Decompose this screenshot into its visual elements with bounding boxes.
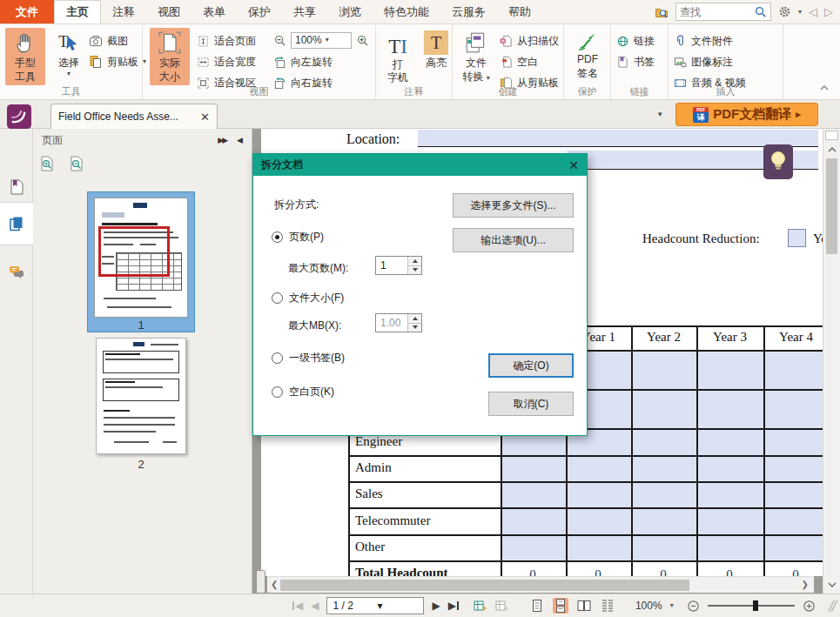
actual-size-button[interactable]: 实际大小: [150, 28, 190, 85]
headcount-yes-checkbox[interactable]: [788, 229, 806, 247]
max-mb-input[interactable]: [376, 314, 407, 332]
tab-list-caret-icon[interactable]: ▾: [658, 111, 662, 118]
radio-top-bookmarks[interactable]: 一级书签(B): [272, 351, 345, 366]
scroll-down-icon[interactable]: [827, 580, 837, 590]
panel-collapse-icon[interactable]: ◀: [237, 136, 243, 144]
total-value-2[interactable]: 0: [646, 567, 681, 576]
page-thumbnail-1[interactable]: 1: [87, 191, 195, 332]
app-logo-icon[interactable]: [7, 104, 31, 129]
reduce-thumbnails-icon[interactable]: [68, 155, 85, 172]
next-page-button[interactable]: ▶: [432, 600, 440, 611]
max-pages-input[interactable]: [376, 257, 407, 274]
continuous-view-button[interactable]: [553, 598, 568, 614]
scroll-left-icon[interactable]: ❮: [271, 580, 278, 589]
menu-tab-view[interactable]: 视图: [146, 0, 192, 23]
sidebar-resize-handle[interactable]: [256, 570, 265, 594]
max-pages-increment[interactable]: [408, 257, 421, 266]
fit-width-button[interactable]: 适合宽度: [197, 53, 256, 70]
total-value-3[interactable]: 0: [712, 567, 747, 576]
menu-tab-home[interactable]: 主页: [54, 0, 101, 23]
zoom-out-circle-icon[interactable]: [687, 600, 700, 613]
menu-tab-form[interactable]: 表单: [192, 0, 237, 23]
dialog-title-bar[interactable]: 拆分文档 ✕: [253, 154, 587, 176]
select-tool-button[interactable]: T 选择▾: [49, 28, 89, 85]
page-thumbnail-2[interactable]: [96, 338, 186, 454]
horizontal-scroll-thumb[interactable]: [280, 580, 689, 591]
select-more-files-button[interactable]: 选择更多文件(S)...: [453, 193, 574, 218]
window-resize-grip[interactable]: ╱╱: [829, 600, 835, 612]
location-form-field[interactable]: [418, 130, 818, 147]
history-forward-icon[interactable]: ▷: [824, 6, 833, 17]
output-options-button[interactable]: 输出选项(U)...: [453, 228, 574, 252]
zoom-out-icon[interactable]: [273, 34, 286, 47]
vertical-scroll-thumb[interactable]: [826, 158, 837, 254]
page-number-combobox[interactable]: 1 / 2 ▾: [326, 597, 424, 614]
scroll-up-icon[interactable]: [827, 144, 837, 155]
radio-file-size[interactable]: 文件大小(F): [272, 291, 344, 305]
document-tab[interactable]: Field Office Needs Asse... ✕: [50, 104, 218, 129]
find-input[interactable]: [680, 6, 754, 18]
status-zoom-caret-icon[interactable]: ▾: [670, 602, 674, 609]
continuous-facing-view-button[interactable]: [600, 598, 615, 614]
single-page-view-button[interactable]: [529, 598, 545, 614]
zoom-percent-combobox[interactable]: 100%▾: [291, 32, 352, 49]
pdf-translate-button[interactable]: PDF译 PDF文档翻译 ▸: [675, 103, 818, 126]
max-mb-decrement[interactable]: [408, 324, 421, 332]
menu-tab-comment[interactable]: 注释: [101, 0, 146, 23]
split-view-2-icon[interactable]: [495, 599, 509, 613]
radio-blank-pages[interactable]: 空白页(K): [272, 385, 334, 399]
max-pages-decrement[interactable]: [408, 266, 421, 275]
ok-button[interactable]: 确定(O): [488, 353, 574, 378]
dialog-close-icon[interactable]: ✕: [568, 158, 579, 172]
fit-page-button[interactable]: 适合页面: [197, 32, 256, 50]
zoom-slider[interactable]: [708, 605, 795, 607]
last-page-button[interactable]: ▶: [448, 600, 459, 611]
enlarge-thumbnails-icon[interactable]: [38, 155, 56, 172]
menu-tab-file[interactable]: 文件: [0, 0, 54, 23]
menu-tab-cloud[interactable]: 云服务: [440, 0, 497, 23]
radio-page-count[interactable]: 页数(P): [272, 230, 324, 245]
file-attachment-button[interactable]: 文件附件: [674, 32, 733, 50]
typewriter-button[interactable]: TI 打字机: [378, 28, 418, 85]
first-page-button[interactable]: ◀: [292, 600, 303, 611]
bookmark-button[interactable]: 书签: [616, 53, 655, 70]
settings-gear-icon[interactable]: [778, 5, 791, 18]
menu-tab-help[interactable]: 帮助: [497, 0, 542, 23]
facing-view-button[interactable]: [576, 598, 592, 614]
menu-tab-protect[interactable]: 保护: [237, 0, 282, 23]
ribbon-collapse-icon[interactable]: [819, 83, 830, 93]
max-mb-increment[interactable]: [408, 314, 421, 324]
horizontal-scrollbar[interactable]: ❮ ❯: [267, 576, 814, 593]
thumbnail-view-indicator[interactable]: [98, 226, 170, 277]
image-annotation-button[interactable]: 图像标注: [674, 53, 733, 70]
zoom-slider-handle[interactable]: [753, 600, 758, 611]
file-convert-button[interactable]: 文件转换 ▾: [456, 28, 496, 85]
clipboard-button[interactable]: 剪贴板▾: [89, 53, 146, 70]
tab-close-icon[interactable]: ✕: [200, 111, 210, 123]
panel-expand-icon[interactable]: ▶▶: [218, 136, 226, 144]
assistant-lightbulb-button[interactable]: [763, 144, 793, 179]
history-back-icon[interactable]: ◁: [809, 6, 817, 17]
blank-page-button[interactable]: 空白: [500, 53, 538, 70]
total-value-0[interactable]: 0: [515, 567, 550, 576]
from-scanner-button[interactable]: 从扫描仪: [500, 32, 559, 50]
total-value-4[interactable]: 0: [778, 567, 813, 576]
previous-page-button[interactable]: ◀: [311, 600, 319, 611]
menu-tab-browse[interactable]: 浏览: [327, 0, 373, 23]
settings-caret-icon[interactable]: ▾: [798, 9, 802, 16]
search-icon[interactable]: [754, 5, 767, 18]
pdf-sign-button[interactable]: PDF签名: [568, 28, 608, 85]
zoom-in-icon[interactable]: [356, 34, 369, 47]
hand-tool-button[interactable]: 手型工具: [5, 28, 45, 85]
menu-tab-share[interactable]: 共享: [282, 0, 327, 23]
zoom-in-circle-icon[interactable]: [803, 600, 816, 613]
split-view-icon[interactable]: [474, 599, 487, 613]
snapshot-button[interactable]: 截图: [89, 32, 128, 50]
scroll-right-icon[interactable]: ❯: [802, 580, 809, 589]
rotate-left-button[interactable]: 向左旋转: [273, 53, 333, 70]
highlight-button[interactable]: T 高亮: [416, 28, 456, 85]
vertical-scrollbar[interactable]: [823, 129, 840, 594]
scrollbar-top-box[interactable]: [825, 131, 838, 140]
pages-panel-button[interactable]: [0, 202, 33, 245]
total-value-1[interactable]: 0: [581, 567, 615, 576]
